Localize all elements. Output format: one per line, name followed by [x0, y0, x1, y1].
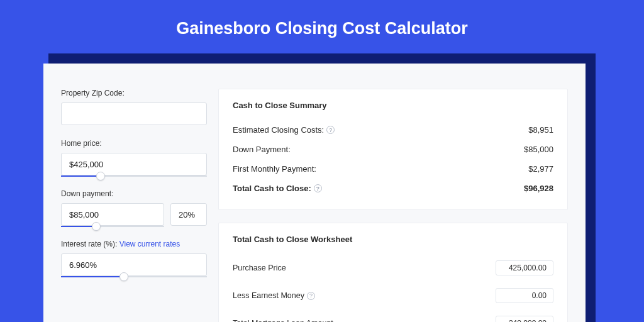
worksheet-label: Total Mortgage Loan Amount	[233, 319, 333, 322]
info-icon[interactable]: ?	[314, 184, 322, 192]
field-home-price: Home price:	[61, 139, 207, 175]
summary-total-label: Total Cash to Close:	[233, 184, 311, 193]
worksheet-value: 340,000.00	[496, 316, 553, 322]
worksheet-value: 425,000.00	[496, 260, 553, 275]
slider-thumb[interactable]	[92, 222, 101, 231]
summary-row-total: Total Cash to Close: ? $96,928	[233, 179, 553, 198]
info-icon[interactable]: ?	[307, 292, 315, 300]
interest-rate-input[interactable]	[61, 253, 207, 276]
interest-rate-label-text: Interest rate (%):	[61, 240, 117, 248]
interest-rate-label: Interest rate (%): View current rates	[61, 240, 207, 248]
interest-rate-slider[interactable]	[61, 253, 207, 276]
worksheet-row-purchase-price: Purchase Price 425,000.00	[233, 254, 553, 282]
field-interest-rate: Interest rate (%): View current rates	[61, 240, 207, 276]
input-form: Property Zip Code: Home price: Down paym…	[61, 89, 207, 322]
down-payment-pct-input[interactable]	[170, 203, 207, 226]
down-payment-input[interactable]	[61, 203, 164, 226]
down-payment-label: Down payment:	[61, 189, 207, 198]
home-price-slider[interactable]	[61, 153, 207, 175]
summary-total-value: $96,928	[524, 184, 553, 193]
zip-label: Property Zip Code:	[61, 89, 207, 97]
worksheet-row-mortgage-loan: Total Mortgage Loan Amount 340,000.00	[233, 309, 553, 322]
summary-value: $8,951	[528, 125, 553, 135]
summary-label: First Monthly Payment:	[233, 164, 316, 174]
worksheet-heading: Total Cash to Close Worksheet	[233, 235, 553, 244]
info-icon[interactable]: ?	[326, 126, 335, 134]
worksheet-value: 0.00	[496, 288, 553, 303]
results-column: Cash to Close Summary Estimated Closing …	[218, 89, 568, 322]
summary-row-closing-costs: Estimated Closing Costs: ? $8,951	[233, 120, 553, 140]
calculator-panel: Property Zip Code: Home price: Down paym…	[43, 64, 586, 322]
down-payment-slider[interactable]	[61, 203, 164, 226]
slider-fill	[61, 175, 96, 177]
zip-input[interactable]	[61, 103, 207, 125]
summary-heading: Cash to Close Summary	[233, 101, 553, 110]
worksheet-card: Total Cash to Close Worksheet Purchase P…	[218, 223, 568, 322]
home-price-input[interactable]	[61, 153, 207, 175]
slider-fill	[61, 276, 119, 277]
field-zip: Property Zip Code:	[61, 89, 207, 125]
summary-value: $85,000	[524, 145, 553, 154]
page-title: Gainesboro Closing Cost Calculator	[0, 0, 644, 53]
worksheet-label: Purchase Price	[233, 264, 286, 272]
summary-card: Cash to Close Summary Estimated Closing …	[218, 89, 568, 210]
panel-shadow: Property Zip Code: Home price: Down paym…	[48, 53, 596, 322]
view-current-rates-link[interactable]: View current rates	[119, 240, 180, 248]
field-down-payment: Down payment:	[61, 189, 207, 226]
summary-row-down-payment: Down Payment: $85,000	[233, 140, 553, 159]
summary-label: Estimated Closing Costs:	[233, 125, 324, 135]
worksheet-row-earnest-money: Less Earnest Money ? 0.00	[233, 282, 553, 309]
slider-fill	[61, 226, 92, 227]
summary-value: $2,977	[528, 164, 553, 174]
slider-thumb[interactable]	[96, 172, 105, 180]
summary-row-first-monthly: First Monthly Payment: $2,977	[233, 159, 553, 179]
slider-thumb[interactable]	[119, 272, 128, 281]
worksheet-label: Less Earnest Money	[233, 291, 304, 300]
summary-label: Down Payment:	[233, 145, 291, 154]
home-price-label: Home price:	[61, 139, 207, 148]
